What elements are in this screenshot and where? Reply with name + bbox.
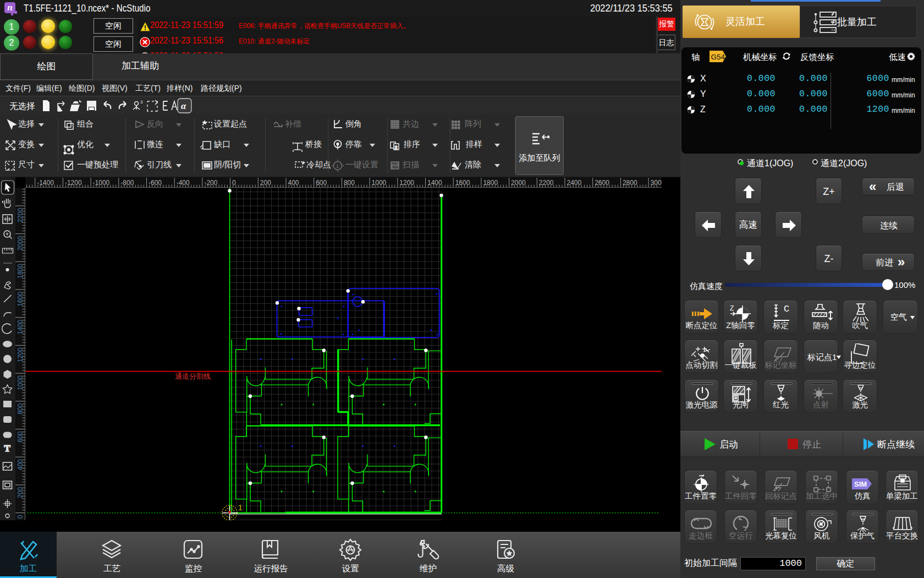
svg-text:-1200: -1200 (65, 179, 82, 187)
svg-text:-1400: -1400 (37, 179, 54, 187)
svg-text:800: 800 (16, 403, 24, 414)
svg-text:3: 3 (140, 100, 143, 105)
svg-text:-1000: -1000 (93, 179, 110, 187)
svg-text:-400: -400 (177, 179, 190, 187)
svg-text:1400: 1400 (427, 179, 442, 187)
svg-text:200: 200 (16, 487, 24, 498)
svg-text:1800: 1800 (16, 264, 24, 279)
svg-text:2600: 2600 (595, 179, 609, 187)
svg-text:通道分割线: 通道分割线 (175, 372, 211, 380)
svg-text:-800: -800 (120, 179, 134, 187)
svg-text:3000: 3000 (651, 179, 662, 187)
svg-text:2000: 2000 (511, 179, 526, 187)
svg-text:1800: 1800 (483, 179, 498, 187)
svg-text:2400: 2400 (567, 179, 582, 187)
svg-text:-200: -200 (204, 179, 217, 187)
svg-text:2000: 2000 (16, 236, 24, 250)
svg-text:C: C (784, 304, 789, 314)
svg-text:1200: 1200 (399, 179, 414, 187)
svg-text:1: 1 (238, 503, 243, 512)
svg-text:2800: 2800 (623, 179, 637, 187)
svg-text:1400: 1400 (16, 319, 24, 334)
svg-text:1000: 1000 (372, 179, 387, 187)
svg-text:-600: -600 (148, 179, 162, 187)
svg-text:400: 400 (16, 459, 24, 470)
svg-text:1600: 1600 (455, 179, 470, 187)
svg-text:α: α (181, 101, 186, 111)
svg-text:1: 1 (336, 163, 339, 169)
svg-text:0: 0 (16, 515, 24, 519)
svg-text:400: 400 (288, 179, 299, 187)
svg-text:1200: 1200 (16, 347, 24, 362)
svg-text:200: 200 (260, 179, 271, 187)
svg-text:SIM: SIM (854, 480, 867, 488)
svg-text:G54: G54 (711, 53, 725, 61)
svg-text:1000: 1000 (16, 375, 24, 390)
svg-text:800: 800 (344, 179, 355, 187)
svg-text:2: 2 (395, 145, 398, 150)
svg-text:600: 600 (16, 431, 24, 442)
svg-text:0: 0 (232, 179, 236, 187)
svg-text:2200: 2200 (16, 208, 24, 223)
svg-text:2200: 2200 (539, 179, 554, 187)
svg-text:1600: 1600 (16, 292, 24, 307)
svg-text:T: T (4, 443, 11, 454)
svg-text:Z: Z (730, 304, 734, 312)
svg-text:600: 600 (316, 179, 327, 187)
